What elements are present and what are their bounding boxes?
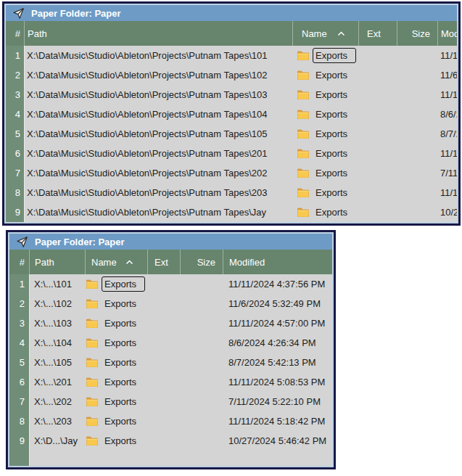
row-name-cell: Exports [85,333,147,353]
column-header-modified[interactable]: Modified [223,250,332,274]
table-row[interactable]: 8 X:\Data\Music\Studio\Ableton\Projects\… [6,183,457,202]
row-size [397,104,437,124]
window-title: Paper Folder: Paper [31,8,121,19]
folder-icon [86,319,98,328]
table-row[interactable]: 6 X:\...\201 Exports 11/11/2024 5:08:53 … [9,372,332,392]
row-ext [358,202,397,222]
table-row[interactable]: 2 X:\...\102 Exports 11/6/2024 5:32:49 P… [9,294,332,313]
row-modified: 7/11/2024 5:22:10 PM [437,163,457,183]
column-header-num[interactable]: # [6,21,24,46]
row-name-label[interactable]: Exports [313,165,350,181]
column-header-path[interactable]: Path [29,250,85,274]
file-list-window-top: Paper Folder: Paper # Path Name Ext Size… [2,1,461,226]
row-ext [147,372,180,392]
column-header-modified[interactable]: Modified [437,21,457,46]
row-modified: 8/6/2024 4:26:34 PM [223,333,332,353]
row-name-label[interactable]: Exports [102,414,139,429]
row-ext [358,104,397,124]
table-row[interactable]: 3 X:\Data\Music\Studio\Ableton\Projects\… [6,85,457,104]
table-row[interactable]: 4 X:\Data\Music\Studio\Ableton\Projects\… [6,104,457,124]
row-name-label[interactable]: Exports [102,316,139,331]
column-header-row: # Path Name Ext Size Modified [9,250,332,274]
row-number: 1 [6,46,24,65]
row-size [397,183,437,202]
folder-icon [86,436,98,446]
column-header-num[interactable]: # [9,250,29,274]
row-modified: 7/11/2024 5:22:10 PM [223,392,332,411]
folder-icon [297,168,309,178]
row-size [397,46,437,65]
column-header-name[interactable]: Name [292,21,358,46]
row-name-cell: Exports [292,144,358,163]
row-size [397,124,437,144]
table-row[interactable]: 4 X:\...\104 Exports 8/6/2024 4:26:34 PM [9,333,332,353]
column-header-ext[interactable]: Ext [358,21,397,46]
column-header-name[interactable]: Name [85,250,147,274]
folder-icon [86,397,98,406]
row-number: 4 [9,333,29,353]
paper-plane-icon [12,7,25,20]
row-name-label[interactable]: Exports [313,126,350,141]
window-titlebar[interactable]: Paper Folder: Paper [6,5,457,21]
row-name-label[interactable]: Exports [102,433,139,448]
row-name-cell: Exports [85,294,147,313]
row-name-label[interactable]: Exports [102,335,139,350]
row-size [397,65,437,85]
row-name-label[interactable]: Exports [102,374,139,390]
row-ext [358,124,397,144]
row-ext [147,392,180,411]
table-row[interactable]: 9 X:\Data\Music\Studio\Ableton\Projects\… [6,202,457,222]
table-row[interactable]: 7 X:\Data\Music\Studio\Ableton\Projects\… [6,163,457,183]
table-row[interactable]: 5 X:\Data\Music\Studio\Ableton\Projects\… [6,124,457,144]
table-row[interactable]: 5 X:\...\105 Exports 8/7/2024 5:42:13 PM [9,353,332,372]
folder-icon [297,149,309,158]
row-name-label[interactable]: Exports [313,205,350,220]
table-row[interactable]: 3 X:\...\103 Exports 11/11/2024 4:57:00 … [9,313,332,333]
row-name-label[interactable]: Exports [313,67,350,83]
row-path: X:\Data\Music\Studio\Ableton\Projects\Pu… [24,202,292,222]
row-name-cell: Exports [292,46,358,65]
row-name-label[interactable]: Exports [313,87,350,102]
row-modified: 10/27/2024 5:46:42 PM [223,431,332,451]
row-name-cell: Exports [85,372,147,392]
window-titlebar[interactable]: Paper Folder: Paper [9,234,332,250]
folder-icon [297,70,309,80]
row-name-label[interactable]: Exports [313,48,356,63]
table-row[interactable]: 8 X:\...\203 Exports 11/11/2024 5:18:42 … [9,411,332,431]
row-name-cell: Exports [292,85,358,104]
row-name-label[interactable]: Exports [102,296,139,311]
row-ext [147,294,180,313]
row-modified: 11/11/2024 4:37:56 PM [223,274,332,294]
table-row[interactable]: 2 X:\Data\Music\Studio\Ableton\Projects\… [6,65,457,85]
row-name-label[interactable]: Exports [313,107,350,122]
row-ext [147,333,180,353]
table-row[interactable]: 1 X:\Data\Music\Studio\Ableton\Projects\… [6,46,457,65]
table-row[interactable]: 6 X:\Data\Music\Studio\Ableton\Projects\… [6,144,457,163]
table-row[interactable]: 7 X:\...\202 Exports 7/11/2024 5:22:10 P… [9,392,332,411]
row-modified: 11/11/2024 5:08:53 PM [223,372,332,392]
row-size [397,85,437,104]
row-number: 9 [6,202,24,222]
row-name-label[interactable]: Exports [102,276,145,292]
row-modified: 11/11/2024 4:37:56 PM [437,46,457,65]
row-number: 5 [9,353,29,372]
row-size [397,163,437,183]
column-header-size[interactable]: Size [397,21,437,46]
folder-icon [86,358,98,367]
column-header-size[interactable]: Size [180,250,223,274]
table-row[interactable]: 1 X:\...\101 Exports 11/11/2024 4:37:56 … [9,274,332,294]
table-row[interactable]: 9 X:\D...\Jay Exports 10/27/2024 5:46:42… [9,431,332,451]
row-modified: 11/11/2024 4:57:00 PM [223,313,332,333]
row-name-label[interactable]: Exports [102,355,139,370]
column-header-ext[interactable]: Ext [147,250,180,274]
column-header-path[interactable]: Path [24,21,292,46]
row-name-cell: Exports [85,313,147,333]
row-modified: 11/11/2024 5:18:42 PM [223,411,332,431]
row-name-label[interactable]: Exports [313,146,350,161]
row-ext [358,183,397,202]
row-path: X:\...\104 [29,333,85,353]
row-name-label[interactable]: Exports [313,185,350,200]
row-modified: 11/6/2024 5:32:49 PM [223,294,332,313]
row-name-label[interactable]: Exports [102,394,139,409]
row-size [180,313,223,333]
